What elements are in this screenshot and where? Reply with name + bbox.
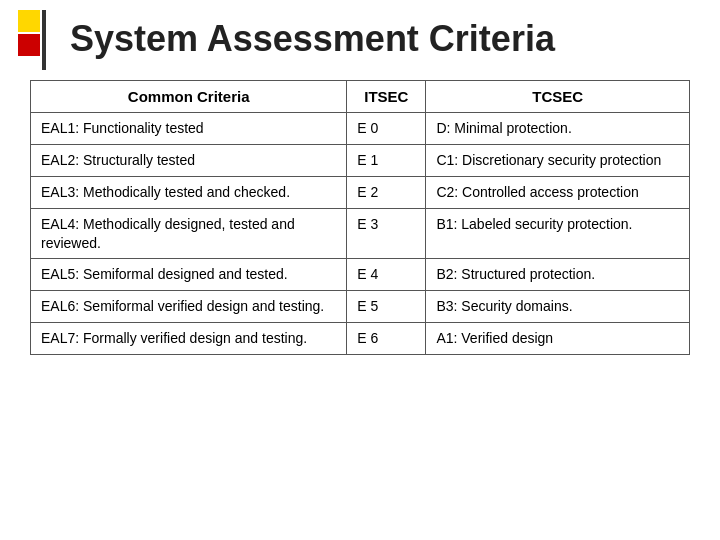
cell-itsec-6: E 6 <box>347 323 426 355</box>
cell-common-2: EAL3: Methodically tested and checked. <box>31 176 347 208</box>
col-header-tcsec: TCSEC <box>426 81 690 113</box>
vertical-line <box>42 10 46 70</box>
cell-tcsec-5: B3: Security domains. <box>426 291 690 323</box>
deco-yellow-square <box>18 10 40 32</box>
table-row: EAL5: Semiformal designed and tested.E 4… <box>31 259 690 291</box>
header-decoration <box>18 10 40 56</box>
cell-itsec-4: E 4 <box>347 259 426 291</box>
cell-tcsec-1: C1: Discretionary security protection <box>426 144 690 176</box>
header: System Assessment Criteria <box>0 0 720 70</box>
cell-itsec-3: E 3 <box>347 208 426 259</box>
table-row: EAL6: Semiformal verified design and tes… <box>31 291 690 323</box>
col-header-itsec: ITSEC <box>347 81 426 113</box>
cell-tcsec-0: D: Minimal protection. <box>426 113 690 145</box>
cell-common-3: EAL4: Methodically designed, tested and … <box>31 208 347 259</box>
cell-tcsec-3: B1: Labeled security protection. <box>426 208 690 259</box>
cell-common-5: EAL6: Semiformal verified design and tes… <box>31 291 347 323</box>
cell-itsec-0: E 0 <box>347 113 426 145</box>
cell-common-1: EAL2: Structurally tested <box>31 144 347 176</box>
cell-itsec-2: E 2 <box>347 176 426 208</box>
page: System Assessment Criteria Common Criter… <box>0 0 720 540</box>
cell-itsec-5: E 5 <box>347 291 426 323</box>
col-header-common: Common Criteria <box>31 81 347 113</box>
table-row: EAL3: Methodically tested and checked.E … <box>31 176 690 208</box>
table-row: EAL2: Structurally testedE 1C1: Discreti… <box>31 144 690 176</box>
page-title: System Assessment Criteria <box>70 18 555 60</box>
table-row: EAL1: Functionality testedE 0D: Minimal … <box>31 113 690 145</box>
cell-common-6: EAL7: Formally verified design and testi… <box>31 323 347 355</box>
cell-itsec-1: E 1 <box>347 144 426 176</box>
cell-common-4: EAL5: Semiformal designed and tested. <box>31 259 347 291</box>
cell-tcsec-6: A1: Verified design <box>426 323 690 355</box>
table-row: EAL7: Formally verified design and testi… <box>31 323 690 355</box>
criteria-table: Common Criteria ITSEC TCSEC EAL1: Functi… <box>30 80 690 355</box>
cell-tcsec-4: B2: Structured protection. <box>426 259 690 291</box>
table-header-row: Common Criteria ITSEC TCSEC <box>31 81 690 113</box>
cell-tcsec-2: C2: Controlled access protection <box>426 176 690 208</box>
deco-red-square <box>18 34 40 56</box>
table-row: EAL4: Methodically designed, tested and … <box>31 208 690 259</box>
cell-common-0: EAL1: Functionality tested <box>31 113 347 145</box>
table-container: Common Criteria ITSEC TCSEC EAL1: Functi… <box>0 70 720 365</box>
